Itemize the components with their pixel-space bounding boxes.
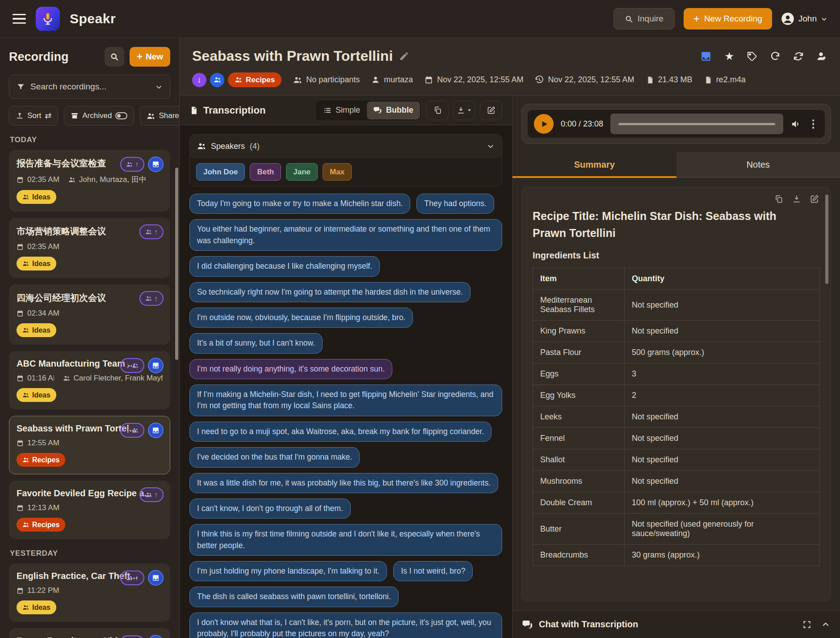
transcript-bubble[interactable]: It's a bit of sunny, but I can't know. [189,333,323,353]
player-menu-icon[interactable]: ⋮ [808,118,819,129]
plus-icon: + [137,51,143,63]
transcript-bubble[interactable]: I'm outside now, obviously, because I'm … [189,308,413,328]
transcript-bubble[interactable]: I've decided on the bus that I'm gonna m… [189,447,360,467]
expand-icon[interactable] [802,620,811,629]
share-users-badge[interactable]: ↑ [139,291,164,306]
recording-card[interactable]: Favorite Deviled Egg Recipe a...↑12:13 A… [9,481,170,539]
play-button[interactable] [534,114,554,134]
edit-title-pencil-icon[interactable] [399,51,409,61]
participants-badge-icon[interactable] [210,73,224,87]
refresh-icon[interactable] [793,51,804,62]
recording-card[interactable]: 四海公司经理初次会议↑02:34 AMIdeas [9,284,170,345]
download-summary-icon[interactable] [792,194,801,203]
new-recording-button[interactable]: + New Recording [684,8,772,30]
card-tags: Ideas [17,388,163,402]
sidebar-scrollbar[interactable] [175,168,178,360]
speakr-logo[interactable] [36,7,60,31]
transcript-bubble[interactable]: Is I not weird, bro? [393,561,473,581]
transcript-bubble[interactable]: I can't know, I don't go through all of … [189,499,351,519]
tag-icon[interactable] [747,51,757,62]
speaker-chip[interactable]: Jane [286,163,318,181]
transcript-bubble[interactable]: So technically right now I'm going to at… [189,282,470,302]
edit-transcript-button[interactable] [480,101,502,120]
card-badges: ↓ [120,423,164,438]
copy-transcript-button[interactable] [426,101,449,120]
sidebar-new-button[interactable]: + New [130,47,170,67]
inquire-button[interactable]: Inquire [613,8,675,30]
hamburger-menu-icon[interactable] [13,14,26,24]
volume-icon[interactable] [790,119,801,129]
summary-scroll-area[interactable]: Recipe Title: Michelin Star Dish: Seabas… [512,178,840,610]
recording-card[interactable]: ABC Manufacturing Team ...↓01:16 AMCarol… [9,351,170,410]
sort-button[interactable]: Sort ⇄ [9,106,58,126]
recording-card[interactable]: Forum Favorites vs. Video ...↑11:19 PMJo… [9,628,170,638]
speaker-chip[interactable]: Max [323,163,352,181]
transcript-bubble[interactable]: I'm just holding my phone landscape, I'm… [189,561,387,581]
share-users-badge[interactable]: ↑ [120,635,144,638]
card-participants: John, Murtaza, 田中 [68,174,147,185]
download-badge-icon[interactable]: ↓ [192,73,206,87]
star-icon[interactable]: ★ [724,51,734,62]
share-users-badge[interactable]: ↑ [120,157,144,172]
calendar-icon [17,176,24,183]
download-users-badge[interactable]: ↓ [120,423,144,438]
share-user-icon[interactable] [816,51,827,62]
seek-bar[interactable] [610,114,783,134]
tab-notes[interactable]: Notes [676,152,840,177]
inbox-badge[interactable] [148,635,164,638]
share-users-badge[interactable]: ↑ [139,487,164,502]
edit-summary-icon[interactable] [810,194,819,203]
inbox-badge[interactable] [148,358,164,373]
recording-card[interactable]: Seabass with Prawn Tortel...↓12:55 AMRec… [9,416,170,474]
shared-toggle-button[interactable]: Shared [140,106,180,126]
transcript-bubble[interactable]: The dish is called seabass with pawn tor… [189,587,399,607]
archived-toggle-button[interactable]: Archived [64,106,134,126]
calendar-icon [17,587,24,594]
transcript-bubble[interactable]: I don't know what that is, I can't like,… [189,613,502,638]
users-icon [22,604,29,611]
transcript-bubble[interactable]: I need to go to a muji spot, aka Waitros… [189,422,491,442]
sidebar-search-button[interactable] [105,47,124,67]
table-row: Double Cream100 ml (approx.) + 50 ml (ap… [533,492,820,514]
download-transcript-button[interactable] [453,101,475,120]
transcript-bubble[interactable]: They had options. [416,194,494,214]
reprocess-icon[interactable] [770,51,781,62]
chevron-up-icon[interactable] [821,620,830,629]
inbox-icon[interactable] [700,51,712,62]
top-bar: Speakr Inquire + New Recording John [0,0,840,38]
transcript-bubble[interactable]: Today I'm going to make or try to make a… [189,194,410,214]
speaker-chip[interactable]: Beth [250,163,281,181]
transcript-bubble[interactable]: If I'm making a Michelin-Star dish, I ne… [189,384,502,416]
tab-summary[interactable]: Summary [512,152,676,177]
share-users-badge[interactable]: ↑ [120,570,144,585]
bubble-row: It's a bit of sunny, but I can't know. [189,333,502,353]
transcript-bubble[interactable]: I did challenging because I like challen… [189,256,380,276]
inbox-badge[interactable] [148,156,164,172]
card-badges: ↑ [120,570,164,586]
speaker-chip[interactable]: John Doe [196,163,245,181]
chat-with-transcription-bar[interactable]: Chat with Transcription [512,610,840,638]
recipes-category-tag[interactable]: Recipes [228,72,281,87]
download-users-badge[interactable]: ↓ [120,358,144,373]
copy-summary-icon[interactable] [774,194,783,203]
share-users-badge[interactable]: ↑ [139,224,164,239]
transcript-bubble[interactable]: You either had beginner, amateur or inte… [189,219,502,251]
transcript-bubble[interactable]: I'm not really doing anything, it's some… [189,359,392,379]
transcript-scroll-area[interactable]: Speakers (4) John DoeBethJaneMax Today I… [180,125,512,638]
speakers-header[interactable]: Speakers (4) [190,135,502,158]
user-menu[interactable]: John [781,12,827,25]
transcript-bubble[interactable]: It was a little dish for me, it was prob… [189,473,498,493]
recording-card[interactable]: 市场营销策略调整会议↑02:35 AMIdeas [9,218,170,278]
table-row: Mediterranean Seabass FilletsNot specifi… [533,290,820,321]
bubble-view-button[interactable]: Bubble [367,101,420,119]
search-recordings-dropdown[interactable]: Search recordings... [9,75,170,99]
table-cell: Not specified [625,428,820,449]
transcript-bubble[interactable]: I think this is my first time filming ou… [189,524,502,556]
inbox-badge[interactable] [148,570,164,586]
simple-view-button[interactable]: Simple [317,101,367,119]
recording-card[interactable]: 报告准备与会议室检查↑02:35 AMJohn, Murtaza, 田中Idea… [9,150,170,211]
recording-card[interactable]: English Practice, Car Theft...↑11:22 PMI… [9,563,170,622]
summary-scrollbar[interactable] [825,194,828,284]
panel-tabs: Summary Notes [512,152,840,178]
inbox-badge[interactable] [148,423,164,438]
